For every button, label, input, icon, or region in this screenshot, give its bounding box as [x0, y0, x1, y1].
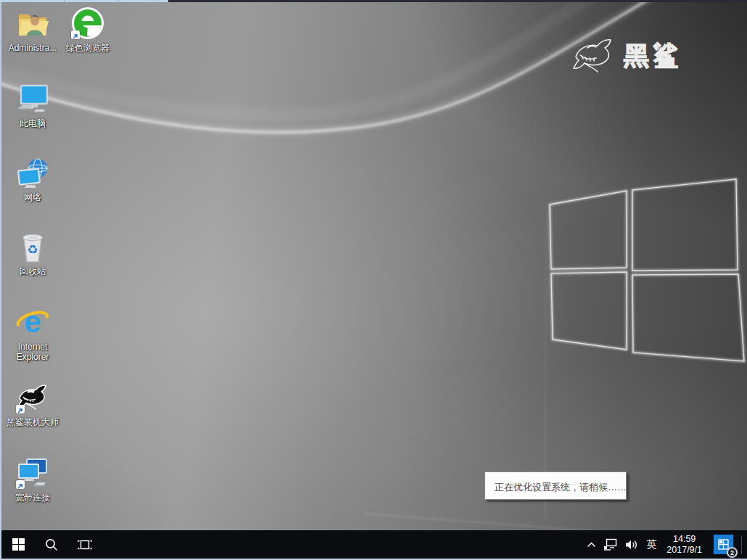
clock-date: 2017/9/1	[666, 545, 702, 556]
taskbar-clock[interactable]: 14:59 2017/9/1	[661, 534, 708, 556]
icon-label: 回收站	[20, 266, 46, 276]
ie-icon: e	[15, 305, 50, 339]
volume-button[interactable]	[622, 530, 642, 559]
desktop-icon-administrator[interactable]: Administra...	[6, 6, 59, 53]
taskbar: 英 14:59 2017/9/1 2	[1, 530, 747, 559]
icon-label: 绿色浏览器	[66, 43, 110, 53]
desktop-icon-network[interactable]: 网络	[6, 155, 59, 202]
system-optimizing-tooltip: 正在优化设置系统，请稍候……	[484, 472, 627, 500]
icon-label: Administra...	[9, 43, 57, 53]
desktop-icon-heisha-install-master[interactable]: 黑鲨装机大师	[6, 380, 59, 427]
volume-icon	[625, 539, 638, 551]
icon-label: 黑鲨装机大师	[7, 417, 59, 427]
svg-text:♻: ♻	[27, 242, 38, 257]
shark-outline-icon	[570, 38, 616, 74]
icon-label: 宽带连接	[15, 493, 50, 503]
network-globe-icon	[15, 155, 50, 190]
notification-badge: 2	[727, 547, 738, 558]
start-button[interactable]	[1, 530, 35, 559]
svg-text:e: e	[24, 305, 41, 339]
heisha-watermark: 黑鲨	[570, 38, 683, 74]
chevron-up-icon	[587, 542, 596, 548]
desktop-icon-broadband-connection[interactable]: 宽带连接	[6, 456, 59, 503]
show-hidden-icons-button[interactable]	[583, 530, 600, 559]
frame-tab-strip	[0, 0, 168, 2]
shortcut-arrow-icon	[71, 30, 80, 39]
task-view-icon	[77, 538, 93, 551]
shortcut-arrow-icon	[16, 405, 25, 413]
search-icon	[45, 538, 58, 551]
recycle-bin-icon: ♻	[15, 229, 50, 264]
desktop-icon-green-browser[interactable]: 绿色浏览器	[61, 6, 115, 53]
desktop-icon-internet-explorer[interactable]: e Internet Explorer	[6, 305, 59, 362]
show-desktop-button[interactable]	[743, 530, 747, 559]
network-status-button[interactable]	[600, 530, 622, 559]
window-frame-left	[0, 0, 1, 560]
tray-app-tile[interactable]: 2	[714, 535, 733, 554]
system-tray: 英 14:59 2017/9/1 2	[583, 530, 747, 559]
ethernet-icon	[603, 538, 618, 551]
broadband-icon	[15, 456, 50, 490]
shortcut-arrow-icon	[16, 480, 25, 489]
windows10-wallpaper	[0, 0, 747, 560]
desktop-icon-recycle-bin[interactable]: ♻ 回收站	[6, 229, 59, 276]
ime-language-indicator[interactable]: 英	[642, 530, 661, 559]
search-button[interactable]	[35, 530, 68, 559]
taskbar-left-group	[1, 530, 102, 559]
tooltip-text: 正在优化设置系统，请稍候……	[495, 481, 627, 494]
folder-user-icon	[15, 6, 50, 41]
windows-logo-panes	[550, 179, 744, 361]
computer-icon	[15, 81, 50, 116]
black-shark-icon	[15, 380, 50, 415]
desktop-screen: 黑鲨 Administra...	[0, 0, 747, 560]
icon-label: 网络	[24, 192, 41, 202]
tray-separator	[741, 535, 742, 554]
icon-label: 此电脑	[20, 118, 46, 128]
watermark-text: 黑鲨	[624, 39, 683, 73]
clock-time: 14:59	[673, 534, 696, 545]
frame-dark-strip	[168, 0, 747, 2]
green-e-browser-icon	[70, 6, 105, 41]
desktop-icon-this-pc[interactable]: 此电脑	[6, 81, 59, 128]
taskbar-empty-area	[102, 530, 583, 559]
wallpaper-artwork	[0, 0, 747, 560]
window-frame-top	[0, 0, 747, 2]
start-icon	[12, 538, 25, 551]
icon-label: Internet Explorer	[6, 342, 59, 362]
task-view-button[interactable]	[68, 530, 102, 559]
